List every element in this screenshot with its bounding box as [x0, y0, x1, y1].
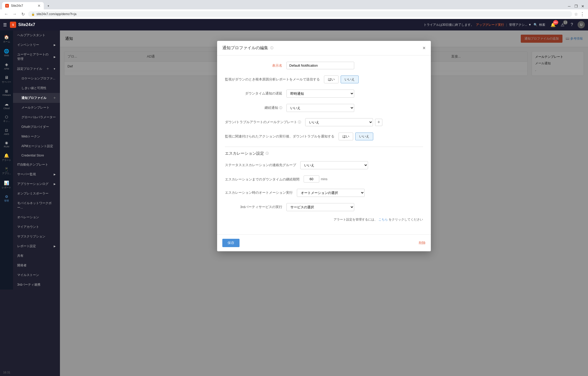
admin-arrow-icon: ▼ [528, 23, 531, 27]
browser-tab-active[interactable]: S Site24x7 ✕ [2, 2, 44, 9]
main-content: 通知 通知プロファイルの追加 📖 参考情報 プロ... AD通 Syst... [60, 30, 588, 376]
sidebar-icon-vmware[interactable]: ⊞ VMware [1, 87, 12, 98]
sidebar-icon-web[interactable]: 🌐 Web [3, 47, 10, 59]
third-party-select[interactable]: サービスの選択 [286, 203, 354, 211]
sidebar-item-it-automation[interactable]: IT自動化テンプレート [13, 160, 60, 170]
sidebar-icon-app[interactable]: 📱 アプリ... [1, 165, 12, 177]
help-icon[interactable]: ? [568, 21, 575, 28]
milestone-label: マイルストーン [17, 273, 39, 277]
sidebar-item-3rd-party[interactable]: 3rdパーティ連携 [13, 280, 60, 290]
continuous-select[interactable]: いいえ [286, 104, 354, 112]
time-display: 16:31 [3, 371, 10, 374]
admin-actions-btn[interactable]: 管理アクシ... ▼ [509, 23, 531, 27]
sidebar-icon-network[interactable]: ⬡ ネッ... [2, 113, 11, 125]
config-profile-add-icon[interactable]: + [46, 66, 49, 71]
sidebar-item-mobile-net[interactable]: モバイルネットワークボー... [13, 198, 60, 212]
notify-after-yes-btn[interactable]: はい [339, 133, 353, 140]
mins-input-group: mins [304, 176, 327, 183]
browser-controls: ← → ↻ 🔒 site24x7.com/app/demo?l=ja ☆ ⋮ [0, 9, 588, 19]
sidebar-icon-aws[interactable]: ⊡ AWS [3, 126, 10, 137]
sidebar-item-global-param[interactable]: グローバルパラメーター [13, 112, 60, 122]
sidebar-item-oauth[interactable]: OAuthプロバイダー [13, 122, 60, 132]
notify-after-no-btn[interactable]: いいえ [355, 133, 373, 140]
sidebar-item-server-monitor[interactable]: サーバー監視 ▶ [13, 170, 60, 179]
sidebar-item-inventory[interactable]: インベントリー ▶ [13, 40, 60, 50]
reload-btn[interactable]: ↻ [20, 11, 26, 17]
mail-template-control: いいえ + [305, 118, 423, 126]
escalation-group-select[interactable]: いいえ [300, 161, 368, 169]
sidebar-icon-server[interactable]: 🖥 サーバー [1, 73, 12, 86]
user-avatar[interactable]: U [578, 21, 585, 28]
sidebar-item-mail-template[interactable]: メールテンプレート [13, 103, 60, 112]
mail-template-add-btn[interactable]: + [375, 119, 382, 126]
sidebar-icon-rum[interactable]: ◉ RUM [3, 139, 10, 150]
alert-settings-link[interactable]: こちら [378, 218, 388, 221]
sidebar-item-my-account[interactable]: マイアカウント [13, 222, 60, 232]
sidebar-item-onprem[interactable]: オンプレミスポーラー [13, 189, 60, 198]
notify-after-radio-group: はい いいえ [339, 133, 373, 140]
sidebar-icon-alert[interactable]: 🔔 アラート [1, 151, 12, 164]
bookmark-star-icon[interactable]: ☆ [574, 12, 578, 17]
rca-yes-btn[interactable]: はい [324, 76, 339, 83]
sidebar-item-threshold[interactable]: しきい値と可用性 [13, 83, 60, 93]
modal-header: 通知プロファイルの編集 ⓘ × [217, 41, 431, 55]
trial-text: トライアルは30日後に終了します。 [424, 23, 474, 27]
mail-template-select[interactable]: いいえ [305, 118, 373, 126]
browser-menu-icon[interactable]: ⋮ [580, 11, 585, 17]
sidebar-item-milestone[interactable]: マイルストーン [13, 270, 60, 280]
rca-no-btn[interactable]: いいえ [341, 76, 359, 83]
mail-template-info-icon: ⓘ [298, 120, 301, 124]
sidebar-item-notification[interactable]: 通知プロファイル + [13, 93, 60, 103]
sidebar-item-web-token[interactable]: Webトークン [13, 132, 60, 141]
sidebar-item-credential[interactable]: Credential Store [13, 151, 60, 160]
escalation-mins-input[interactable] [304, 176, 319, 183]
sidebar-item-share[interactable]: 共有 [13, 251, 60, 261]
escalation-automation-select[interactable]: オートメーションの選択 [297, 189, 365, 197]
escalation-automation-row: エスカレーション時のオートメーション実行 オートメーションの選択 [225, 189, 423, 197]
hamburger-icon[interactable]: ☰ [3, 22, 7, 27]
3rd-party-label: 3rdパーティ連携 [17, 283, 40, 287]
sidebar-item-developer[interactable]: 開発者 [13, 261, 60, 270]
save-btn[interactable]: 保存 [222, 239, 240, 247]
notification-add-icon[interactable]: + [53, 96, 56, 100]
display-name-label: 表示名 [225, 62, 282, 68]
sidebar-item-user-alert[interactable]: ユーザーとアラートの管理 ▶ [13, 50, 60, 64]
upgrade-link[interactable]: アップグレード実行 [476, 23, 504, 27]
back-btn[interactable]: ← [3, 11, 9, 17]
delete-btn[interactable]: 削除 [419, 241, 426, 245]
sidebar-item-apm-agent[interactable]: APMエージェント設定 [13, 141, 60, 151]
forward-btn[interactable]: → [11, 11, 18, 17]
app-container: 🏠 ホーム 🌐 Web ◈ APM 🖥 サーバー ⊞ VMware [0, 30, 588, 376]
sidebar-icon-admin[interactable]: ⚙ 管理 [3, 192, 10, 205]
sidebar-icon-report[interactable]: 📊 レポート [1, 178, 12, 191]
display-name-input[interactable] [286, 62, 354, 69]
modal-body: 表示名 監視がダウンのとき根本原因分析レポートをメールで送信する はい いいえ [217, 55, 431, 234]
minimize-btn[interactable]: ─ [566, 3, 572, 9]
sidebar: 🏠 ホーム 🌐 Web ◈ APM 🖥 サーバー ⊞ VMware [0, 30, 60, 376]
inventory-arrow-icon: ▶ [54, 43, 56, 46]
sidebar-item-subscription[interactable]: サブスクリプション [13, 232, 60, 241]
escalation-divider: エスカレーション設定 ⓘ ステータスエスカレーションの連絡先グループ いいえ [225, 147, 423, 222]
it-automation-label: IT自動化テンプレート [17, 162, 48, 167]
sidebar-icon-home[interactable]: 🏠 ホーム [2, 33, 11, 46]
sidebar-item-operations[interactable]: オペレーション [13, 212, 60, 222]
sidebar-item-location[interactable]: ロケーションプロファ... [13, 74, 60, 83]
address-bar[interactable]: 🔒 site24x7.com/app/demo?l=ja [28, 11, 572, 17]
modal-title-text: 通知プロファイルの編集 [222, 45, 268, 51]
sidebar-item-config-profile[interactable]: 設定プロファイル + ▼ [13, 64, 60, 74]
search-area[interactable]: 🔍 検索 [534, 23, 545, 27]
sidebar-item-help[interactable]: ヘルプアシスタント [13, 30, 60, 40]
sidebar-item-app-log[interactable]: アプリケーションログ ▶ [13, 179, 60, 189]
sidebar-icon-cloud[interactable]: ☁ Cloud [2, 99, 11, 112]
downtime-delay-select[interactable]: 即時通知 [286, 90, 354, 98]
close-win-btn[interactable]: ✕ [580, 3, 586, 9]
maximize-btn[interactable]: ❐ [573, 3, 579, 9]
onprem-label: オンプレミスポーラー [17, 191, 48, 196]
logo-icon: S [10, 22, 16, 28]
new-tab-btn[interactable]: + [45, 3, 52, 9]
sidebar-icon-apm[interactable]: ◈ APM [3, 60, 10, 72]
tab-close-btn[interactable]: ✕ [38, 4, 41, 8]
rca-label: 監視がダウンのとき根本原因分析レポートをメールで送信する [225, 76, 320, 82]
modal-close-btn[interactable]: × [422, 45, 426, 51]
sidebar-item-report-settings[interactable]: レポート設定 ▶ [13, 241, 60, 251]
